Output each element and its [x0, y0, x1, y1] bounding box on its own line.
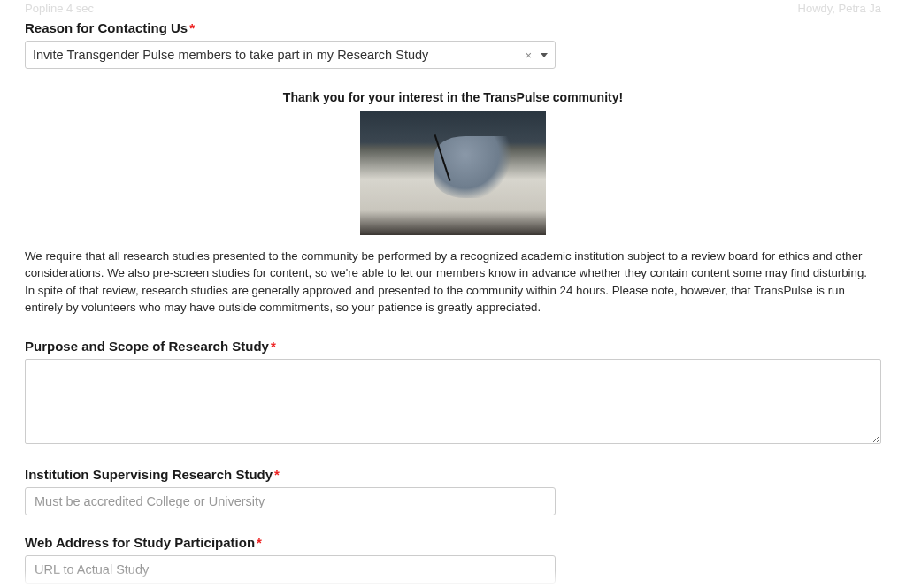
clear-icon[interactable]: ×: [519, 49, 537, 62]
intro-para-1: We require that all research studies pre…: [25, 248, 881, 282]
intro-para-2: In spite of that review, research studie…: [25, 282, 881, 317]
institution-label: Institution Supervising Research Study*: [25, 467, 881, 482]
thank-you-heading: Thank you for your interest in the Trans…: [25, 90, 881, 104]
hero-image: [360, 111, 546, 235]
intro-body-text: We require that all research studies pre…: [25, 248, 881, 316]
topbar-left-text: Popline 4 sec: [25, 2, 94, 15]
chevron-down-icon[interactable]: [541, 53, 548, 57]
institution-input[interactable]: [25, 487, 556, 515]
reason-group: Reason for Contacting Us* Invite Transge…: [25, 20, 881, 69]
topbar-right-greeting: Howdy, Petra Ja: [798, 2, 881, 15]
purpose-group: Purpose and Scope of Research Study*: [25, 339, 881, 447]
hero-image-wrap: [25, 111, 881, 235]
purpose-textarea[interactable]: [25, 359, 881, 444]
reason-label: Reason for Contacting Us*: [25, 20, 881, 35]
reason-select-value: Invite Transgender Pulse members to take…: [33, 48, 519, 62]
institution-group: Institution Supervising Research Study*: [25, 467, 881, 515]
reason-select[interactable]: Invite Transgender Pulse members to take…: [25, 41, 556, 69]
weburl-label: Web Address for Study Participation*: [25, 535, 881, 550]
weburl-group: Web Address for Study Participation*: [25, 535, 881, 584]
weburl-input[interactable]: [25, 555, 556, 584]
purpose-label: Purpose and Scope of Research Study*: [25, 339, 881, 354]
